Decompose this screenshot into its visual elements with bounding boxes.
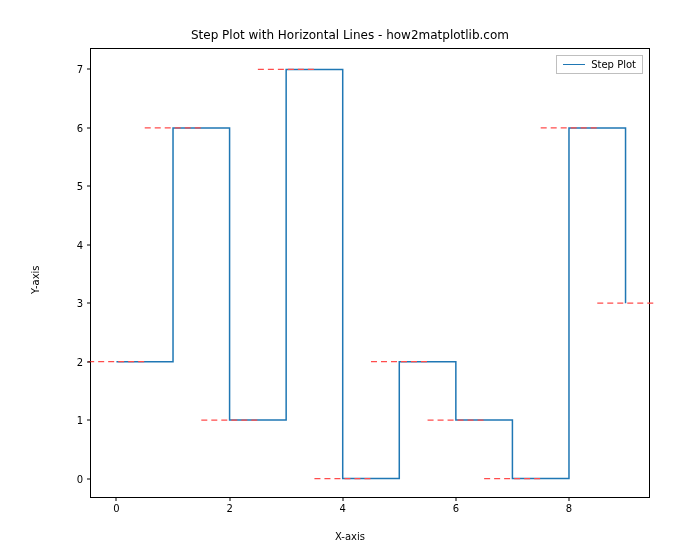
plot-svg	[91, 49, 649, 497]
y-tick-mark	[87, 244, 91, 245]
x-tick-mark	[455, 497, 456, 501]
x-tick-mark	[229, 497, 230, 501]
step-line	[116, 69, 625, 478]
legend-line-icon	[563, 64, 585, 65]
x-tick-label: 8	[566, 503, 572, 514]
legend: Step Plot	[556, 55, 643, 74]
y-tick-mark	[87, 478, 91, 479]
legend-label: Step Plot	[591, 59, 636, 70]
y-tick-label: 5	[77, 181, 83, 192]
plot-area: Step Plot 0246801234567	[90, 48, 650, 498]
x-tick-mark	[568, 497, 569, 501]
x-tick-label: 6	[453, 503, 459, 514]
chart-title: Step Plot with Horizontal Lines - how2ma…	[0, 28, 700, 42]
y-tick-label: 6	[77, 122, 83, 133]
y-tick-label: 2	[77, 356, 83, 367]
x-tick-label: 2	[226, 503, 232, 514]
x-tick-mark	[342, 497, 343, 501]
y-tick-label: 0	[77, 473, 83, 484]
x-axis-label: X-axis	[0, 531, 700, 542]
y-tick-mark	[87, 127, 91, 128]
y-tick-mark	[87, 69, 91, 70]
y-tick-label: 4	[77, 239, 83, 250]
y-tick-label: 1	[77, 415, 83, 426]
chart-figure: Step Plot with Horizontal Lines - how2ma…	[0, 0, 700, 560]
y-tick-label: 7	[77, 64, 83, 75]
y-tick-mark	[87, 361, 91, 362]
x-tick-label: 0	[113, 503, 119, 514]
y-tick-mark	[87, 420, 91, 421]
y-tick-mark	[87, 186, 91, 187]
x-tick-label: 4	[340, 503, 346, 514]
y-tick-label: 3	[77, 298, 83, 309]
y-tick-mark	[87, 303, 91, 304]
y-axis-label: Y-axis	[30, 0, 41, 560]
x-tick-mark	[116, 497, 117, 501]
